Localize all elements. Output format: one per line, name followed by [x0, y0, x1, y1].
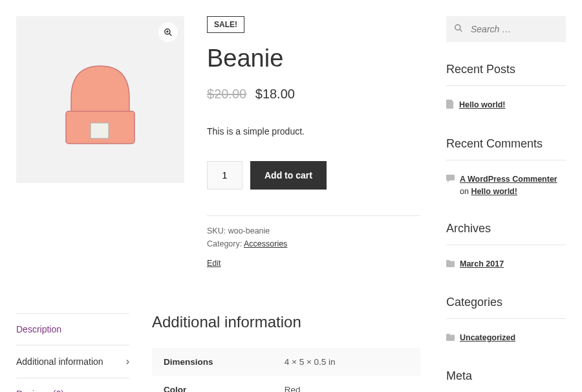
tab-label: Reviews (0) — [16, 389, 64, 392]
sidebar-heading-archives: Archives — [446, 222, 566, 245]
comment-post-link[interactable]: Hello world! — [471, 187, 517, 196]
svg-line-1 — [169, 34, 172, 36]
category-row: Category: Accessories — [207, 239, 420, 248]
svg-line-7 — [460, 30, 462, 32]
attributes-table: Dimensions 4 × 5 × 0.5 in Color Red — [152, 348, 420, 392]
category-link[interactable]: Accessories — [244, 239, 287, 248]
beanie-illustration — [52, 53, 149, 157]
svg-rect-5 — [91, 123, 109, 138]
list-item: Uncategorized — [446, 331, 566, 346]
sku-row: SKU: woo-beanie — [207, 226, 420, 235]
comment-author-link[interactable]: A WordPress Commenter — [460, 175, 557, 184]
tab-label: Additional information — [16, 356, 103, 367]
table-row: Color Red — [152, 376, 420, 392]
search-icon — [454, 24, 463, 35]
sidebar-heading-recent-posts: Recent Posts — [446, 63, 566, 86]
attr-label: Color — [152, 376, 273, 392]
edit-link[interactable]: Edit — [207, 259, 420, 268]
attr-value: Red — [273, 376, 420, 392]
product-image[interactable] — [16, 16, 184, 183]
panel-heading: Additional information — [152, 313, 420, 331]
tabs-nav: Description Additional information › Rev… — [16, 313, 129, 392]
attr-value: 4 × 5 × 0.5 in — [273, 348, 420, 376]
search-input[interactable] — [446, 16, 566, 42]
folder-icon — [446, 259, 455, 271]
chevron-right-icon: › — [126, 356, 129, 367]
list-item: March 2017 — [446, 257, 566, 272]
product-price: $20.00 $18.00 — [207, 87, 420, 102]
add-to-cart-button[interactable]: Add to cart — [250, 161, 327, 190]
quantity-input[interactable] — [207, 161, 242, 190]
tab-label: Description — [16, 324, 61, 334]
document-icon — [446, 100, 454, 113]
sale-badge: SALE! — [207, 16, 244, 33]
comment-icon — [446, 174, 455, 186]
sidebar-heading-categories: Categories — [446, 296, 566, 319]
category-link[interactable]: Uncategorized — [460, 332, 515, 344]
archive-link[interactable]: March 2017 — [460, 258, 504, 270]
list-item: A WordPress Commenter on Hello world! — [446, 172, 566, 199]
tab-additional-information[interactable]: Additional information › — [16, 345, 129, 378]
product-title: Beanie — [207, 45, 420, 72]
sidebar-heading-meta: Meta — [446, 369, 566, 392]
search-box — [446, 16, 566, 42]
recent-post-link[interactable]: Hello world! — [459, 99, 506, 111]
zoom-icon[interactable] — [158, 23, 178, 42]
tab-description[interactable]: Description — [16, 314, 129, 345]
table-row: Dimensions 4 × 5 × 0.5 in — [152, 348, 420, 376]
folder-icon — [446, 332, 455, 345]
sidebar-heading-recent-comments: Recent Comments — [446, 137, 566, 160]
svg-point-6 — [455, 25, 460, 30]
attr-label: Dimensions — [152, 348, 273, 376]
product-short-description: This is a simple product. — [207, 126, 420, 136]
tab-reviews[interactable]: Reviews (0) — [16, 378, 129, 392]
list-item: Hello world! — [446, 98, 566, 114]
